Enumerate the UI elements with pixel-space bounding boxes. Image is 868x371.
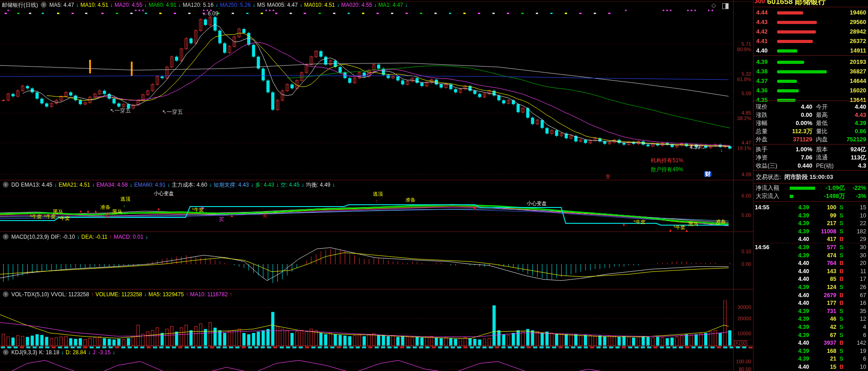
ask-row[interactable]: 4.4014911	[754, 46, 868, 55]
tick-row[interactable]: 14:564.39577S30	[754, 243, 868, 251]
macd-collapse-icon[interactable]: ∨	[3, 234, 9, 240]
info-value: 1.00%	[776, 145, 812, 154]
info-value: 4.39	[834, 119, 866, 127]
bid-row[interactable]: 4.3836827	[754, 67, 868, 76]
indicator-value: ↓	[405, 2, 408, 8]
axis-label: 80.9%	[731, 47, 751, 52]
tick-row[interactable]: 4.40177B16	[754, 299, 868, 307]
tick-count: 15	[846, 203, 866, 212]
info-label: 换手	[756, 145, 768, 154]
indicator-value: MA005: 4.47	[267, 2, 298, 8]
chart-label: 准备	[405, 197, 415, 202]
diamond-icon[interactable]: ◇	[711, 2, 716, 9]
chart-label: °牛窝	[634, 219, 645, 225]
indicator-value: DIF: -0.10	[51, 234, 75, 240]
flow-label: 净流入额	[756, 184, 779, 192]
indicator-value: ↓	[374, 2, 377, 8]
tick-direction: S	[839, 251, 843, 260]
tick-price: 4.39	[789, 323, 809, 331]
kdj-collapse-icon[interactable]: ∨	[3, 349, 9, 355]
split-view-icon[interactable]	[722, 2, 729, 9]
tick-row[interactable]: 4.4015B10	[754, 363, 868, 371]
tick-direction: S	[839, 323, 843, 331]
tick-volume: 100	[811, 203, 836, 212]
bid-row[interactable]: 4.3714644	[754, 77, 868, 86]
main-chart-header: 邮储银行(日线)∨MA5: 4.47↓MA10: 4.51↓MA20: 4.55…	[2, 1, 410, 9]
tick-count: 20	[846, 259, 866, 267]
dd-collapse-icon[interactable]: ∨	[3, 182, 9, 188]
info-row: 总量112.3万量比0.86	[754, 127, 868, 135]
tick-row[interactable]: 4.39168S19	[754, 347, 868, 355]
tick-row[interactable]: 4.3999S10	[754, 212, 868, 220]
info-label: 外盘	[756, 135, 768, 144]
tick-time: 14:55	[755, 203, 769, 212]
vol-panel-header: ∨VOL-TDX(5,10)VVOL: 1123258↑VOLUME: 1123…	[2, 290, 234, 299]
price: 4.44	[756, 8, 768, 17]
bid-row[interactable]: 4.3616020	[754, 86, 868, 95]
chart-label: 买	[219, 217, 224, 222]
tick-row[interactable]: 4.40143B11	[754, 267, 868, 275]
indicator-value: ↓	[145, 234, 148, 240]
tick-row[interactable]: 4.3911008S182	[754, 227, 868, 236]
volume: 16020	[850, 86, 866, 95]
tick-count: 182	[846, 227, 866, 236]
ask-row[interactable]: 4.4126372	[754, 37, 868, 46]
tick-count: 29	[846, 235, 866, 243]
price: 4.40	[756, 46, 768, 55]
info-value: 924亿	[834, 145, 866, 154]
tick-row[interactable]: 4.403937B142	[754, 339, 868, 347]
tick-row[interactable]: 4.40417B29	[754, 235, 868, 243]
indicator-value: ↓	[112, 349, 115, 356]
signal-label: ↖一穿五	[162, 109, 183, 115]
tick-price: 4.39	[789, 227, 809, 236]
tick-row[interactable]: 14:554.39100S15	[754, 203, 868, 212]
stock-title: 邮储银行(日线)	[2, 2, 38, 8]
tick-price: 4.40	[789, 267, 809, 275]
tick-row[interactable]: 4.40764B20	[754, 259, 868, 267]
indicator-value: 多: 4.43	[255, 182, 274, 188]
indicator-value: ↓	[144, 2, 147, 8]
tick-row[interactable]: 4.39731S35	[754, 307, 868, 315]
stock-code-header[interactable]: 300 601658 邮储银行	[754, 0, 868, 6]
depth-bar	[777, 40, 813, 43]
ask-row[interactable]: 4.4419460	[754, 8, 868, 17]
tick-direction: S	[839, 212, 843, 220]
indicator-value: J: -3.15	[92, 349, 110, 356]
trade-status-row: 交易状态: 闭市阶段 15:00:03	[754, 173, 868, 182]
tick-volume: 15	[811, 363, 836, 371]
tick-row[interactable]: 4.402679B67	[754, 291, 868, 299]
info-value: 7.06	[776, 154, 812, 162]
chart-label: ▲	[622, 222, 626, 227]
indicator-value: ↓	[276, 182, 279, 188]
ask-row[interactable]: 4.4228942	[754, 27, 868, 36]
trade-status-value: 闭市阶段 15:00:03	[784, 173, 833, 180]
tick-volume: 3937	[811, 339, 836, 347]
bid-row[interactable]: 4.3920193	[754, 58, 868, 67]
tick-row[interactable]: 4.3967S6	[754, 331, 868, 339]
tick-row[interactable]: 4.39124S26	[754, 283, 868, 291]
tick-row[interactable]: 4.3946S12	[754, 315, 868, 323]
indicator-value: ↓	[144, 291, 147, 298]
market-badge: 300	[754, 0, 765, 5]
tick-row[interactable]: 4.39474S30	[754, 251, 868, 260]
info-value: 113亿	[834, 154, 866, 162]
tick-row[interactable]: 4.3942S4	[754, 323, 868, 331]
tick-direction: S	[839, 227, 843, 236]
chart-label: °牛窝	[673, 225, 685, 230]
info-value: 4.40	[834, 103, 866, 111]
tick-row[interactable]: 4.3921S6	[754, 355, 868, 363]
collapse-chevron-icon[interactable]: ∨	[41, 2, 47, 8]
indicator-value: VOL-TDX(5,10)	[11, 291, 49, 298]
depth-bar	[777, 70, 827, 73]
ask-row[interactable]: 4.4329560	[754, 18, 868, 27]
tick-row[interactable]: 4.39217S22	[754, 219, 868, 227]
tick-row[interactable]: 4.4085B17	[754, 275, 868, 283]
info-value: 112.3万	[776, 127, 812, 135]
vol-collapse-icon[interactable]: ∨	[3, 291, 9, 297]
chart-label: 买	[105, 213, 110, 218]
chart-label: 黑马	[688, 221, 698, 226]
tick-volume: 124	[811, 283, 836, 291]
chart-label: ▲	[79, 208, 83, 214]
chart-label: ▲	[230, 213, 234, 218]
depth-bar	[777, 80, 797, 83]
